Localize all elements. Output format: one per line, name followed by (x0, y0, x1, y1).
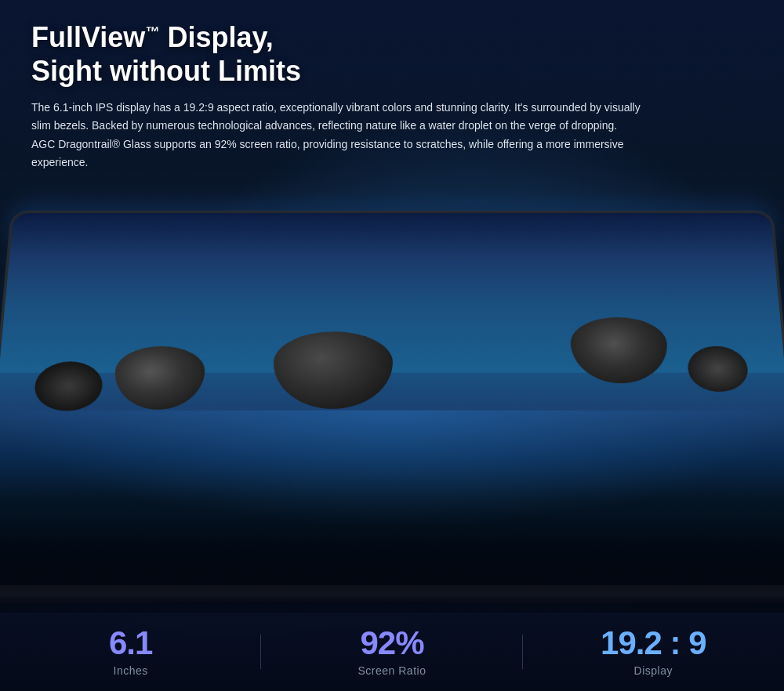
stat-inches: 6.1 Inches (0, 627, 261, 677)
main-title: FullView™ Display, Sight without Limits (31, 20, 753, 88)
stat-screen-ratio-label: Screen Ratio (358, 664, 426, 677)
bottom-fade (0, 538, 784, 617)
stat-display: 19.2 : 9 Display (523, 627, 784, 677)
stat-screen-ratio-value: 92% (360, 627, 423, 660)
stat-screen-ratio: 92% Screen Ratio (261, 627, 522, 677)
title-line2: Sight without Limits (31, 55, 301, 87)
phone-screen (0, 211, 784, 588)
stat-inches-label: Inches (114, 664, 148, 677)
text-section: FullView™ Display, Sight without Limits … (16, 8, 768, 184)
stats-section: 6.1 Inches 92% Screen Ratio 19.2 : 9 Dis… (0, 613, 784, 691)
water-glow (0, 410, 784, 526)
page-wrapper: FullView™ Display, Sight without Limits … (0, 0, 784, 691)
trademark: ™ (145, 24, 159, 40)
title-line1: FullView™ Display, (31, 21, 274, 53)
stat-inches-value: 6.1 (109, 627, 152, 660)
description-text: The 6.1-inch IPS display has a 19.2:9 as… (31, 99, 643, 171)
stat-display-value: 19.2 : 9 (601, 627, 706, 660)
stat-display-label: Display (634, 664, 673, 677)
